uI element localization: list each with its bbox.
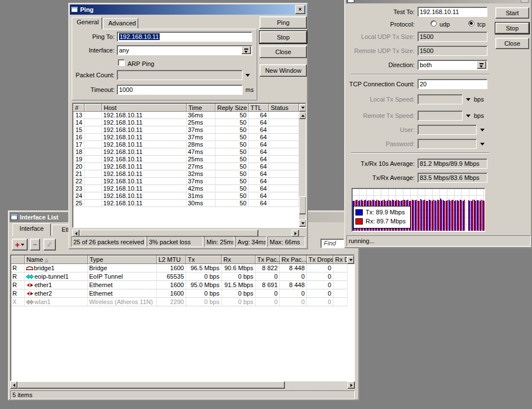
column-header-Rx Pac...[interactable]: Rx Pac... xyxy=(280,256,307,264)
ping-result-row[interactable]: 22192.168.10.1137ms5064 xyxy=(73,178,299,185)
graph-legend: Tx: 89.9 Mbps Rx: 89.7 Mbps xyxy=(353,206,411,228)
tab-advanced[interactable]: Advanced xyxy=(103,18,138,29)
column-header-TTL[interactable]: TTL xyxy=(249,104,269,112)
interface-row[interactable]: Rether2Ethernet16000 bps0 bps000 xyxy=(11,289,355,298)
dropdown-arrow-icon[interactable] xyxy=(466,115,471,117)
ping-result-row[interactable]: 16192.168.10.1137ms5064 xyxy=(73,134,299,141)
tab-general[interactable]: General xyxy=(72,17,102,29)
column-header-Time[interactable]: Time xyxy=(187,104,216,112)
ping-status-max: Max: 66ms xyxy=(267,236,305,247)
column-header-Tx Pac...[interactable]: Tx Pac... xyxy=(256,256,280,264)
interface-row[interactable]: Rether1Ethernet160095.0 Mbps91.5 Mbps8 6… xyxy=(11,281,355,289)
scroll-left-button[interactable] xyxy=(10,381,17,389)
hscroll-thumb[interactable] xyxy=(17,381,285,389)
ping-result-row[interactable]: 17192.168.10.1128ms5064 xyxy=(73,141,299,148)
plus-icon: + xyxy=(15,240,20,249)
tcp-connection-count-input[interactable]: 20 xyxy=(417,79,487,89)
dropdown-button[interactable] xyxy=(477,61,486,69)
rx-bar xyxy=(452,200,454,231)
find-input[interactable]: Find xyxy=(320,239,344,248)
cell-reply_size: 50 xyxy=(216,170,249,178)
ping-result-row[interactable]: 24192.168.10.1131ms5064 xyxy=(73,192,299,200)
hscroll-track[interactable] xyxy=(285,381,348,389)
interface-select[interactable]: any xyxy=(117,45,252,55)
column-header-L2 MTU[interactable]: L2 MTU xyxy=(157,256,186,264)
ping-to-input[interactable]: 192.168.10.11 xyxy=(117,32,252,42)
dropdown-arrow-icon[interactable] xyxy=(480,129,485,131)
tab-interface[interactable]: Interface xyxy=(12,223,51,236)
cell-name: ether1 xyxy=(25,281,88,289)
close-icon[interactable]: × xyxy=(295,5,305,14)
ping-result-row[interactable]: 14192.168.10.1125ms5064 xyxy=(73,119,299,126)
interface-row[interactable]: Xwlan1Wireless (Atheros 11N)22900 bps0 b… xyxy=(11,298,355,306)
cell-reply_size: 50 xyxy=(216,112,249,119)
close-icon[interactable] xyxy=(521,0,529,3)
cell-ttl: 64 xyxy=(249,156,269,163)
cell-icon xyxy=(85,170,102,178)
close-button[interactable]: Close xyxy=(495,38,529,49)
column-header-Reply Size[interactable]: Reply Size xyxy=(216,104,249,112)
cell-name: ether2 xyxy=(25,289,88,298)
scroll-right-button[interactable] xyxy=(348,381,355,389)
dropdown-button[interactable] xyxy=(241,46,251,54)
column-header-Tx Drops[interactable]: Tx Drops xyxy=(307,256,333,264)
interface-row[interactable]: Reoip-tunnel1EoIP Tunnel655350 bps0 bps0… xyxy=(11,272,355,281)
cell-reply_size: 50 xyxy=(216,119,249,126)
dropdown-arrow-icon[interactable] xyxy=(466,98,471,101)
ping-result-row[interactable]: 18192.168.10.1147ms5064 xyxy=(73,148,299,156)
dropdown-arrow-icon[interactable] xyxy=(245,74,250,77)
cell-rx: 0 bps xyxy=(222,272,256,281)
column-header-Host[interactable]: Host xyxy=(102,104,187,112)
direction-select[interactable]: both xyxy=(417,60,487,70)
new-window-button[interactable]: New Window xyxy=(260,64,307,77)
column-select-button[interactable] xyxy=(299,104,306,112)
column-header-Type[interactable]: Type xyxy=(88,256,157,264)
scroll-down-button[interactable] xyxy=(299,219,306,227)
column-header-Status[interactable]: Status xyxy=(269,104,299,112)
cell-time: 25ms xyxy=(187,119,216,126)
cell-tx: 96.5 Mbps xyxy=(186,264,222,272)
interface-row[interactable]: Rbridge1Bridge160096.5 Mbps90.6 Mbps8 82… xyxy=(11,264,355,272)
start-button[interactable]: Start xyxy=(495,7,529,19)
cell-host: 192.168.10.11 xyxy=(102,185,187,192)
cell-n: 17 xyxy=(73,141,85,148)
column-header-Rx D[interactable]: Rx D xyxy=(333,256,348,264)
column-header-Rx[interactable]: Rx xyxy=(222,256,256,264)
protocol-radio-udp[interactable] xyxy=(430,20,437,27)
column-header-Tx[interactable]: Tx xyxy=(186,256,222,264)
add-interface-button[interactable]: + xyxy=(12,239,28,250)
vscroll-thumb[interactable] xyxy=(299,196,306,214)
txrx-10s-average-label: Tx/Rx 10s Average: xyxy=(345,160,415,167)
column-header-blank[interactable] xyxy=(11,256,25,264)
ping-result-row[interactable]: 25192.168.10.1130ms5064 xyxy=(73,200,299,207)
remove-interface-button[interactable]: − xyxy=(30,239,40,250)
ping-result-row[interactable]: 21192.168.10.1132ms5064 xyxy=(73,170,299,178)
ping-result-row[interactable]: 19192.168.10.1125ms5064 xyxy=(73,156,299,163)
timeout-input[interactable]: 1000 xyxy=(117,85,243,95)
close-button[interactable]: Close xyxy=(260,46,307,58)
column-select-button[interactable] xyxy=(347,256,354,264)
ping-result-row[interactable]: 15192.168.10.1137ms5064 xyxy=(73,126,299,134)
interface-hscrollbar[interactable] xyxy=(10,381,355,389)
dropdown-arrow-icon[interactable] xyxy=(480,143,485,146)
arp-ping-checkbox[interactable] xyxy=(118,59,125,66)
cell-tx: 0 bps xyxy=(186,298,222,306)
ping-vscrollbar[interactable] xyxy=(299,112,306,227)
stop-button[interactable]: Stop xyxy=(495,23,529,34)
column-header-blank[interactable] xyxy=(85,104,102,112)
rx-bar xyxy=(436,201,437,231)
cell-time: 28ms xyxy=(187,141,216,148)
ping-result-row[interactable]: 13192.168.10.1136ms5064 xyxy=(73,112,299,119)
ping-button[interactable]: Ping xyxy=(260,16,307,29)
ping-result-row[interactable]: 23192.168.10.1142ms5064 xyxy=(73,185,299,192)
test-to-input[interactable]: 192.168.10.11 xyxy=(417,7,487,17)
column-header-#[interactable]: # xyxy=(73,104,85,112)
enable-interface-button[interactable]: ✓ xyxy=(43,239,56,250)
ping-titlebar[interactable]: Ping × xyxy=(70,5,306,15)
stop-button[interactable]: Stop xyxy=(260,31,307,43)
column-header-Name[interactable]: Name△ xyxy=(25,256,88,264)
ping-result-row[interactable]: 20192.168.10.1127ms5064 xyxy=(73,163,299,170)
protocol-radio-tcp[interactable] xyxy=(468,20,474,27)
bandwidth-test-titlebar[interactable] xyxy=(346,0,530,3)
scroll-up-button[interactable] xyxy=(299,112,306,119)
